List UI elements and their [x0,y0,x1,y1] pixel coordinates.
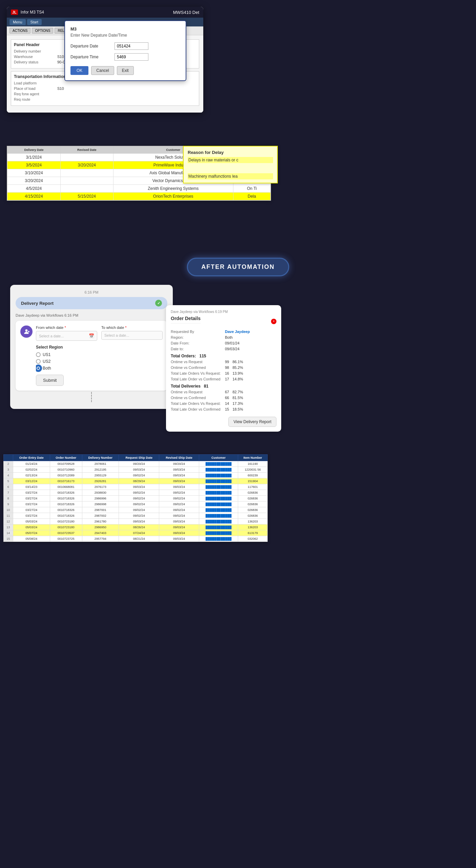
exit-button[interactable]: Exit [117,66,134,75]
cell-delivery-num: 2938830 [82,490,119,496]
to-date-placeholder: Select a date... [104,333,129,337]
col-item-num-header: Item Number [238,455,268,461]
cell-order-num: 0010709528 [50,461,82,467]
cell-item-num: 613179 [238,530,268,536]
radio-us2-label: US2 [43,359,50,364]
departure-date-row: Departure Date [70,42,180,50]
actions-button[interactable]: ACTIONS [9,28,30,34]
cell-rev-ship: 09/03/24 [159,536,199,542]
warehouse-label: Warehouse [14,55,55,59]
app-title: Infor M3 TS4 [21,10,44,15]
del-ontime-req-key: Ontime vs Request [171,390,225,394]
table-row: 2 01/24/24 0010709528 2978061 09/20/24 0… [4,461,268,467]
row-number: 9 [4,501,13,507]
cell-entry-date: 03/27/24 [13,490,50,496]
to-date-group: To which date * Select a date... [101,326,163,341]
cell-g5: On Ti [233,185,270,193]
row-number: 2 [4,461,13,467]
start-button[interactable]: Start [27,19,42,25]
cell-customer: ████████████ [199,467,238,473]
table-row: 5 03/12/24 0010716173 2926281 08/29/24 0… [4,478,268,484]
load-platform-label: Load platform [14,81,55,85]
ontime-req-value: 99 [225,360,229,364]
cell-rev-ship: 09/02/24 [159,513,199,519]
cell-customer: ████████████ [199,507,238,513]
row-number: 12 [4,519,13,525]
col-customer-header: Customer [199,455,238,461]
menu-button[interactable]: Menu [9,19,26,25]
late-conf-key: Total Late Order vs Confirmed [171,377,225,381]
from-date-label: From which date * [36,326,97,330]
cell-delivery-num: 2961780 [82,519,119,525]
dashed-line [91,392,92,402]
radio-us2[interactable]: US2 [36,359,163,364]
cancel-button[interactable]: Cancel [91,66,114,75]
row-number: 13 [4,525,13,530]
row-number: 7 [4,490,13,496]
from-date-placeholder: Select a date... [39,334,64,338]
ontime-req-key: Ontime vs Request [171,360,225,364]
order-details-title: Order Details [171,316,201,323]
view-delivery-report-button[interactable]: View Delivery Report [228,417,276,427]
table-row: 11 03/27/24 0010718326 2987002 09/02/24 … [4,513,268,519]
table-row: 4 02/13/24 0010712089 2955129 09/02/24 0… [4,473,268,478]
del-late-req-key: Total Late Orders Vs Request: [171,401,225,406]
cell-req-ship: 07/24/24 [119,530,159,536]
chat-time: 6:16 PM [16,290,167,294]
submit-button[interactable]: Submit [36,375,64,386]
table-row: 6 03/14/23 0010668081 2976173 09/03/24 0… [4,484,268,490]
delivery-report-chip: Delivery Report ✓ [16,297,167,309]
chat-container: 6:16 PM Delivery Report ✓ Dave Jaydeep v… [10,285,173,409]
cell-item-num: 151904 [238,478,268,484]
cell-customer: ████████████ [199,519,238,525]
total-orders-section: Total Orders: 115 [171,354,276,358]
select-region-label: Select Region [36,345,163,350]
bottom-table: Order Entry Date Order Number Delivery N… [3,454,268,542]
calendar-icon: 📅 [89,333,94,338]
row-number: 11 [4,513,13,519]
row-number: 15 [4,536,13,542]
radio-us1[interactable]: US1 [36,352,163,357]
details-row-del-late-conf: Total Late Order vs Confirmed 15 18.5% [171,407,276,411]
cell-rev-ship: 09/02/24 [159,501,199,507]
late-req-value: 16 [225,371,229,375]
radio-group-region: US1 US2 Both [36,352,163,371]
cell-entry-date: 03/27/24 [13,501,50,507]
place-load-value: S10 [57,86,64,91]
date-to-key: Date to: [171,347,225,351]
cell-rev-ship: 09/20/24 [159,461,199,467]
departure-time-input[interactable] [115,53,148,61]
to-date-input[interactable]: Select a date... [101,331,163,340]
cell-order-num: 0010718326 [50,501,82,507]
details-row-del-ontime-conf: Ontime vs Confirmed 66 81.5% [171,396,276,400]
cell-req-ship: 09/02/24 [119,507,159,513]
cell-order-num: 0010718326 [50,496,82,501]
from-date-input[interactable]: Select a date... 📅 [36,331,97,341]
cell-req-ship: 09/02/24 [119,490,159,496]
options-button[interactable]: OPTIONS [32,28,53,34]
departure-date-input[interactable] [115,42,148,50]
details-row-date-to: Date to: 09/03/24 [171,347,276,351]
radio-circle-us1 [36,352,41,357]
cell-item-num: 136203 [238,525,268,530]
cell-d5: 4/5/2024 [7,185,61,193]
ontime-conf-key: Ontime vs Confirmed [171,366,225,370]
transport-row-route: Req route [14,97,196,101]
radio-both[interactable]: Both [36,366,163,371]
cell-order-num: 0010723180 [50,519,82,525]
agent-label: Req forw agent [14,92,55,96]
cell-delivery-num: 2987002 [82,513,119,519]
chat-form: From which date * Select a date... 📅 To … [16,321,167,391]
del-late-req-value: 14 [225,401,229,406]
ok-button[interactable]: OK [70,66,88,75]
del-ontime-conf-pct: 81.5% [232,396,243,400]
tab-label: MWS410 Det [173,10,199,15]
cell-delivery-num: 2957794 [82,536,119,542]
close-button[interactable]: × [271,319,276,324]
cell-d3: 3/10/2024 [7,169,61,177]
row-number: 14 [4,530,13,536]
form-fields: From which date * Select a date... 📅 To … [36,326,163,386]
title-bar: JL Infor M3 TS4 MWS410 Det [7,7,203,18]
col-e-header: Revised Date [60,146,113,154]
table-row: 13 05/03/24 0010723180 2986950 08/26/24 … [4,525,268,530]
